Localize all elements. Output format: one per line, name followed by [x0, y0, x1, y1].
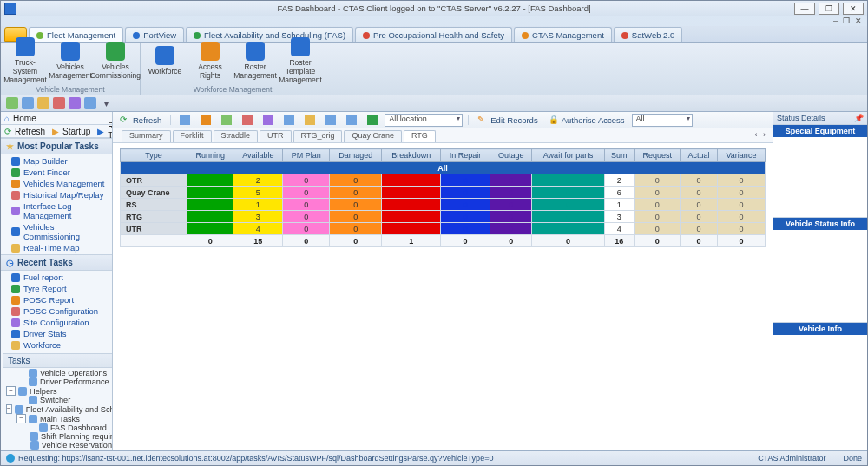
qat-dropdown-icon[interactable]: ▾: [100, 97, 112, 109]
minimize-button[interactable]: —: [794, 3, 815, 15]
grid-tab[interactable]: RTG_orig: [293, 130, 343, 142]
nav-item[interactable]: Map Builder: [1, 155, 112, 167]
edit-records-button[interactable]: ✎ Edit Records: [474, 114, 541, 126]
qat-button[interactable]: [37, 97, 49, 109]
toolbar-button[interactable]: [322, 114, 339, 126]
tree-node[interactable]: Vehicle Operations: [3, 369, 112, 377]
ribbon-item[interactable]: Access Rights: [191, 42, 229, 80]
tree-expander[interactable]: −: [6, 404, 12, 414]
module-tab[interactable]: Pre Occupational Health and Safety: [355, 27, 512, 42]
ribbon-item[interactable]: Roster Management: [236, 42, 274, 80]
grid-column-header[interactable]: Breakdown: [382, 149, 441, 162]
grid-column-header[interactable]: Sum: [604, 149, 634, 162]
nav-item[interactable]: Vehicles Management: [1, 178, 112, 189]
maximize-button[interactable]: ❐: [819, 3, 839, 15]
tree-node[interactable]: Shift Planning requirements: [3, 432, 112, 441]
table-row[interactable]: Quay Crane050010006000: [121, 187, 766, 199]
toolbar-button[interactable]: [301, 114, 319, 126]
nav-home-link[interactable]: Home: [13, 114, 36, 123]
nav-section-popular[interactable]: ★ Most Popular Tasks: [1, 138, 112, 154]
tree-node[interactable]: −Fleet Availability and Scheduling (FAS: [3, 404, 112, 414]
grid-column-header[interactable]: Request: [635, 149, 681, 162]
module-tab[interactable]: CTAS Management: [514, 27, 612, 42]
grid-column-header[interactable]: Actual: [681, 149, 718, 162]
table-row[interactable]: RS010000001000: [121, 199, 766, 211]
nav-item[interactable]: Event Finder: [1, 167, 112, 178]
nav-item[interactable]: Interface Log Management: [1, 200, 112, 221]
grid-tab[interactable]: UTR: [260, 130, 292, 142]
module-tab[interactable]: SatWeb 2.0: [614, 27, 682, 42]
nav-item[interactable]: POSC Report: [1, 294, 112, 305]
qat-button[interactable]: [84, 97, 96, 109]
grid-tab[interactable]: Quay Crane: [344, 130, 402, 142]
toolbar-button[interactable]: [197, 114, 214, 126]
toolbar-button[interactable]: [260, 114, 277, 126]
nav-section-recent[interactable]: ◷ Recent Tasks: [1, 254, 112, 271]
toolbar-button[interactable]: [176, 114, 194, 126]
nav-item[interactable]: Site Configuration: [1, 317, 112, 328]
nav-item[interactable]: Vehicles Commissioning: [1, 221, 112, 242]
tree-node[interactable]: −Main Tasks: [3, 414, 112, 423]
nav-item[interactable]: POSC Configuration: [1, 305, 112, 317]
close-button[interactable]: ✕: [843, 3, 864, 15]
grid-tab[interactable]: RTG: [404, 130, 436, 142]
grid-tab[interactable]: Forklift: [173, 130, 212, 142]
grid-column-header[interactable]: Variance: [717, 149, 765, 162]
toolbar-icon: [284, 115, 294, 125]
mdi-close-icon[interactable]: ✕: [855, 16, 862, 25]
grid-column-header[interactable]: Outage: [490, 149, 532, 162]
nav-item[interactable]: Historical Map/Replay: [1, 189, 112, 200]
tree-node[interactable]: Driver Performance: [3, 377, 112, 386]
nav-refresh-link[interactable]: Refresh: [15, 127, 45, 136]
nav-item[interactable]: Tyre Report: [1, 283, 112, 294]
toolbar-button[interactable]: [218, 114, 235, 126]
toolbar-button[interactable]: [364, 114, 381, 126]
authorise-access-button[interactable]: 🔒 Authorise Access: [545, 114, 628, 126]
grid-column-header[interactable]: Available: [233, 149, 283, 162]
filter-combo[interactable]: All: [632, 114, 693, 127]
mdi-minimize-icon[interactable]: –: [833, 16, 838, 25]
qat-button[interactable]: [22, 97, 34, 109]
tree-node[interactable]: Vehicle Reservation: [3, 441, 112, 450]
grid-all-row[interactable]: All: [121, 162, 766, 174]
ribbon-item[interactable]: Vehicles Commissioning: [96, 42, 135, 80]
grid-cell: 0: [635, 199, 681, 211]
toolbar-button[interactable]: [343, 114, 360, 126]
grid-column-header[interactable]: PM Plan: [283, 149, 330, 162]
table-row[interactable]: OTR020000002000: [121, 174, 766, 187]
table-row[interactable]: UTR040000004000: [121, 223, 766, 235]
ribbon-item[interactable]: Workforce: [146, 46, 184, 75]
grid-column-header[interactable]: Type: [121, 149, 187, 162]
pin-icon[interactable]: 📌: [854, 114, 864, 122]
grid-column-header[interactable]: Running: [187, 149, 233, 162]
mdi-restore-icon[interactable]: ❐: [843, 16, 850, 25]
grid-tab[interactable]: Summary: [122, 130, 171, 142]
tree-node[interactable]: Switcher: [3, 396, 112, 404]
nav-startup-link[interactable]: Startup: [62, 127, 90, 136]
nav-item[interactable]: Workforce: [1, 339, 112, 351]
qat-button[interactable]: [69, 97, 81, 109]
toolbar-button[interactable]: [239, 114, 256, 126]
toolbar-button[interactable]: [280, 114, 298, 126]
tree-expander[interactable]: −: [6, 386, 16, 396]
tree-node[interactable]: −Helpers: [3, 386, 112, 396]
grid-tab[interactable]: Straddle: [214, 130, 259, 142]
table-row[interactable]: RTG030000003000: [121, 211, 766, 223]
nav-item[interactable]: Driver Stats: [1, 328, 112, 339]
ribbon-item[interactable]: Truck-System Management: [6, 37, 44, 84]
grid-column-header[interactable]: Damaged: [330, 149, 382, 162]
nav-item[interactable]: Fuel report: [1, 272, 112, 283]
tree-node[interactable]: FAS Dashboard: [3, 423, 112, 432]
ribbon-item[interactable]: Vehicles Management: [51, 42, 89, 80]
location-combo[interactable]: All location: [385, 114, 463, 127]
qat-button[interactable]: [6, 97, 18, 109]
qat-button[interactable]: [53, 97, 65, 109]
nav-item[interactable]: Real-Time Map: [1, 242, 112, 253]
refresh-button[interactable]: ⟳ Refresh: [116, 114, 165, 126]
grid-cell: 0: [441, 211, 490, 223]
ribbon-item[interactable]: Roster Template Management: [281, 37, 319, 84]
tree-expander[interactable]: −: [16, 414, 26, 423]
grid-column-header[interactable]: Await for parts: [532, 149, 604, 162]
tab-pager[interactable]: ‹ ›: [755, 130, 768, 139]
grid-column-header[interactable]: In Repair: [441, 149, 490, 162]
